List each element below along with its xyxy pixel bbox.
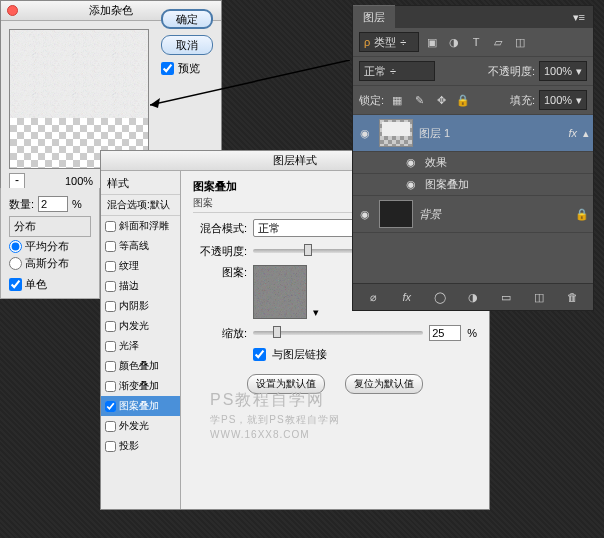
style-item-label: 外发光 (119, 419, 149, 433)
lock-all-icon[interactable]: 🔒 (454, 91, 472, 109)
visibility-icon[interactable]: ◉ (357, 125, 373, 141)
layer-name[interactable]: 图层 1 (419, 126, 450, 141)
panel-footer: ⌀ fx ◯ ◑ ▭ ◫ 🗑 (353, 283, 593, 310)
pattern-swatch[interactable] (253, 265, 307, 319)
amount-input[interactable] (38, 196, 68, 212)
visibility-icon[interactable]: ◉ (403, 155, 419, 171)
ok-button[interactable]: 确定 (161, 9, 213, 29)
filter-adjust-icon[interactable]: ◑ (445, 33, 463, 51)
style-item[interactable]: 描边 (101, 276, 180, 296)
visibility-icon[interactable]: ◉ (403, 177, 419, 193)
blend-options-item[interactable]: 混合选项:默认 (101, 195, 180, 216)
style-item[interactable]: 等高线 (101, 236, 180, 256)
zoom-out-button[interactable]: - (9, 173, 25, 189)
noise-title: 添加杂色 (89, 3, 133, 18)
style-checkbox[interactable] (105, 341, 116, 352)
layers-tab[interactable]: 图层 (353, 5, 395, 29)
layer-item-1[interactable]: ◉ 图层 1 fx ▴ (353, 115, 593, 152)
style-item[interactable]: 纹理 (101, 256, 180, 276)
preview-checkbox[interactable] (161, 62, 174, 75)
style-checkbox[interactable] (105, 221, 116, 232)
reset-default-button[interactable]: 复位为默认值 (345, 374, 423, 394)
style-checkbox[interactable] (105, 321, 116, 332)
style-checkbox[interactable] (105, 261, 116, 272)
filter-shape-icon[interactable]: ▱ (489, 33, 507, 51)
style-checkbox[interactable] (105, 281, 116, 292)
style-checkbox[interactable] (105, 241, 116, 252)
chevron-down-icon: ÷ (400, 36, 406, 48)
chevron-down-icon[interactable]: ▾ (313, 306, 319, 319)
visibility-icon[interactable]: ◉ (357, 206, 373, 222)
layer-item-background[interactable]: ◉ 背景 🔒 (353, 196, 593, 233)
effects-row[interactable]: ◉ 效果 (353, 152, 593, 174)
style-item-label: 斜面和浮雕 (119, 219, 169, 233)
style-item[interactable]: 光泽 (101, 336, 180, 356)
adjustment-icon[interactable]: ◑ (464, 288, 482, 306)
lock-pixels-icon[interactable]: ✎ (410, 91, 428, 109)
fill-input[interactable]: 100%▾ (539, 90, 587, 110)
link-layer-checkbox[interactable] (253, 348, 266, 361)
chevron-down-icon: ÷ (390, 65, 396, 77)
effects-label: 效果 (425, 155, 447, 170)
pattern-overlay-row[interactable]: ◉ 图案叠加 (353, 174, 593, 196)
style-item[interactable]: 投影 (101, 436, 180, 456)
gaussian-label: 高斯分布 (25, 256, 69, 271)
style-checkbox[interactable] (105, 361, 116, 372)
noise-preview (9, 29, 149, 169)
style-checkbox[interactable] (105, 421, 116, 432)
amount-label: 数量: (9, 197, 34, 212)
layer-thumbnail[interactable] (379, 119, 413, 147)
blend-mode-select[interactable]: 正常÷ (359, 61, 435, 81)
collapse-icon[interactable]: ▴ (583, 127, 589, 140)
style-item-label: 等高线 (119, 239, 149, 253)
style-checkbox[interactable] (105, 381, 116, 392)
style-item[interactable]: 斜面和浮雕 (101, 216, 180, 236)
layer-name[interactable]: 背景 (419, 207, 441, 222)
style-item-label: 内发光 (119, 319, 149, 333)
style-checkbox[interactable] (105, 401, 116, 412)
mask-icon[interactable]: ◯ (431, 288, 449, 306)
group-icon[interactable]: ▭ (497, 288, 515, 306)
style-item-label: 描边 (119, 279, 139, 293)
link-layers-icon[interactable]: ⌀ (365, 288, 383, 306)
filter-smart-icon[interactable]: ◫ (511, 33, 529, 51)
style-checkbox[interactable] (105, 441, 116, 452)
uniform-radio[interactable] (9, 240, 22, 253)
style-item-label: 投影 (119, 439, 139, 453)
new-layer-icon[interactable]: ◫ (530, 288, 548, 306)
style-item[interactable]: 渐变叠加 (101, 376, 180, 396)
cancel-button[interactable]: 取消 (161, 35, 213, 55)
panel-opacity-input[interactable]: 100%▾ (539, 61, 587, 81)
layer-thumbnail[interactable] (379, 200, 413, 228)
panel-menu-icon[interactable]: ▾≡ (565, 11, 593, 24)
lock-position-icon[interactable]: ✥ (432, 91, 450, 109)
close-icon[interactable] (7, 5, 18, 16)
fx-icon[interactable]: fx (398, 288, 416, 306)
filter-pixel-icon[interactable]: ▣ (423, 33, 441, 51)
mono-checkbox[interactable] (9, 278, 22, 291)
style-item-label: 纹理 (119, 259, 139, 273)
distribution-group: 分布 (9, 216, 91, 237)
scale-input[interactable] (429, 325, 461, 341)
style-item[interactable]: 图案叠加 (101, 396, 180, 416)
link-layer-label: 与图层链接 (272, 347, 327, 362)
pattern-label: 图案: (193, 265, 247, 280)
gaussian-radio[interactable] (9, 257, 22, 270)
style-list-header[interactable]: 样式 (101, 173, 180, 195)
style-item[interactable]: 颜色叠加 (101, 356, 180, 376)
style-item-label: 渐变叠加 (119, 379, 159, 393)
scale-slider[interactable] (253, 331, 423, 335)
fx-badge[interactable]: fx (568, 127, 577, 139)
delete-icon[interactable]: 🗑 (563, 288, 581, 306)
filter-type-icon[interactable]: T (467, 33, 485, 51)
style-item[interactable]: 外发光 (101, 416, 180, 436)
panel-opacity-label: 不透明度: (488, 64, 535, 79)
style-checkbox[interactable] (105, 301, 116, 312)
scale-label: 缩放: (193, 326, 247, 341)
filter-kind-select[interactable]: ρ类型÷ (359, 32, 419, 52)
fill-label: 填充: (510, 93, 535, 108)
style-item[interactable]: 内阴影 (101, 296, 180, 316)
style-item[interactable]: 内发光 (101, 316, 180, 336)
lock-label: 锁定: (359, 93, 384, 108)
lock-transparency-icon[interactable]: ▦ (388, 91, 406, 109)
